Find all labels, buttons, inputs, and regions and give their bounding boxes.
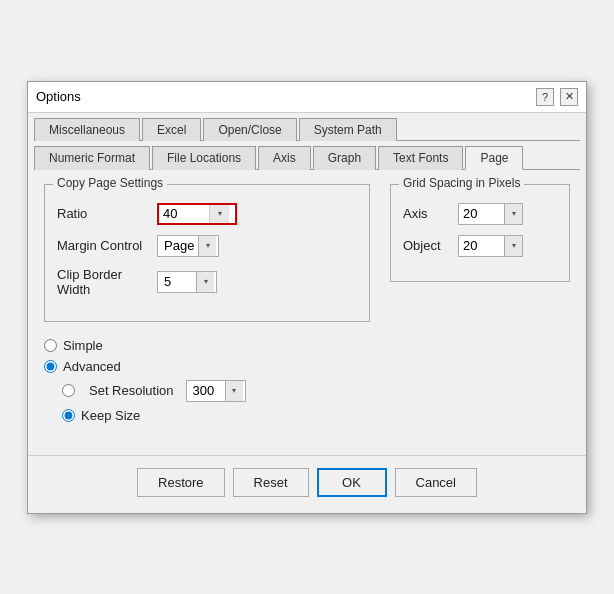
object-dropdown[interactable]: 20 ▾ bbox=[458, 235, 523, 257]
simple-radio[interactable] bbox=[44, 339, 57, 352]
radio-section: Simple Advanced Set Resolution 300 ▾ bbox=[44, 332, 370, 435]
tab-graph[interactable]: Graph bbox=[313, 146, 376, 170]
grid-spacing-title: Grid Spacing in Pixels bbox=[399, 176, 524, 190]
cancel-button[interactable]: Cancel bbox=[395, 468, 477, 497]
axis-label: Axis bbox=[403, 206, 458, 221]
tab-open-close[interactable]: Open/Close bbox=[203, 118, 296, 141]
restore-button[interactable]: Restore bbox=[137, 468, 225, 497]
set-resolution-row: Set Resolution 300 ▾ bbox=[62, 380, 370, 402]
grid-spacing-group: Grid Spacing in Pixels Axis 20 ▾ Object … bbox=[390, 184, 570, 282]
resolution-dropdown[interactable]: 300 ▾ bbox=[186, 380, 246, 402]
margin-label: Margin Control bbox=[57, 238, 157, 253]
margin-row: Margin Control Page ▾ bbox=[57, 235, 357, 257]
margin-dropdown-arrow: ▾ bbox=[198, 236, 216, 256]
object-row: Object 20 ▾ bbox=[403, 235, 557, 257]
clip-value: 5 bbox=[160, 274, 196, 289]
ratio-input-box: 40 ▾ bbox=[157, 203, 237, 225]
set-resolution-label: Set Resolution bbox=[89, 383, 174, 398]
tab-axis[interactable]: Axis bbox=[258, 146, 311, 170]
tab-page[interactable]: Page bbox=[465, 146, 523, 170]
object-value: 20 bbox=[459, 238, 504, 253]
margin-dropdown[interactable]: Page ▾ bbox=[157, 235, 219, 257]
copy-page-settings-group: Copy Page Settings Ratio 40 ▾ Margin Con… bbox=[44, 184, 370, 322]
tab-system-path[interactable]: System Path bbox=[299, 118, 397, 141]
clip-dropdown-arrow: ▾ bbox=[196, 272, 214, 292]
dialog-title: Options bbox=[36, 89, 81, 104]
ratio-label: Ratio bbox=[57, 206, 157, 221]
tabs-row-2: Numeric Format File Locations Axis Graph… bbox=[28, 141, 586, 169]
set-resolution-container: Set Resolution 300 ▾ bbox=[62, 380, 246, 402]
title-controls: ? ✕ bbox=[536, 88, 578, 106]
set-resolution-radio[interactable] bbox=[62, 384, 75, 397]
advanced-label: Advanced bbox=[63, 359, 121, 374]
close-button[interactable]: ✕ bbox=[560, 88, 578, 106]
simple-label: Simple bbox=[63, 338, 103, 353]
ratio-dropdown-arrow[interactable]: ▾ bbox=[209, 205, 229, 223]
right-panel: Grid Spacing in Pixels Axis 20 ▾ Object … bbox=[390, 184, 570, 435]
button-row: Restore Reset OK Cancel bbox=[28, 455, 586, 513]
help-button[interactable]: ? bbox=[536, 88, 554, 106]
tab-numeric-format[interactable]: Numeric Format bbox=[34, 146, 150, 170]
tab-miscellaneous[interactable]: Miscellaneous bbox=[34, 118, 140, 141]
axis-dropdown[interactable]: 20 ▾ bbox=[458, 203, 523, 225]
advanced-row: Advanced bbox=[44, 359, 370, 374]
ratio-row: Ratio 40 ▾ bbox=[57, 203, 357, 225]
clip-row: Clip Border Width 5 ▾ bbox=[57, 267, 357, 297]
clip-dropdown[interactable]: 5 ▾ bbox=[157, 271, 217, 293]
tab-text-fonts[interactable]: Text Fonts bbox=[378, 146, 463, 170]
keep-size-row: Keep Size bbox=[62, 408, 370, 423]
axis-row: Axis 20 ▾ bbox=[403, 203, 557, 225]
advanced-radio[interactable] bbox=[44, 360, 57, 373]
ok-button[interactable]: OK bbox=[317, 468, 387, 497]
margin-value: Page bbox=[160, 238, 198, 253]
object-label: Object bbox=[403, 238, 458, 253]
object-dropdown-arrow: ▾ bbox=[504, 236, 522, 256]
clip-label: Clip Border Width bbox=[57, 267, 157, 297]
options-dialog: Options ? ✕ Miscellaneous Excel Open/Clo… bbox=[27, 81, 587, 514]
keep-size-radio[interactable] bbox=[62, 409, 75, 422]
main-content: Copy Page Settings Ratio 40 ▾ Margin Con… bbox=[28, 170, 586, 449]
tabs-row-1: Miscellaneous Excel Open/Close System Pa… bbox=[28, 113, 586, 140]
title-bar: Options ? ✕ bbox=[28, 82, 586, 113]
axis-dropdown-arrow: ▾ bbox=[504, 204, 522, 224]
axis-value: 20 bbox=[459, 206, 504, 221]
resolution-dropdown-arrow: ▾ bbox=[225, 381, 243, 401]
tab-excel[interactable]: Excel bbox=[142, 118, 201, 141]
ratio-input[interactable]: 40 bbox=[159, 205, 209, 223]
left-panel: Copy Page Settings Ratio 40 ▾ Margin Con… bbox=[44, 184, 370, 435]
keep-size-label: Keep Size bbox=[81, 408, 140, 423]
tab-file-locations[interactable]: File Locations bbox=[152, 146, 256, 170]
reset-button[interactable]: Reset bbox=[233, 468, 309, 497]
copy-page-settings-title: Copy Page Settings bbox=[53, 176, 167, 190]
resolution-value: 300 bbox=[189, 383, 225, 398]
simple-row: Simple bbox=[44, 338, 370, 353]
